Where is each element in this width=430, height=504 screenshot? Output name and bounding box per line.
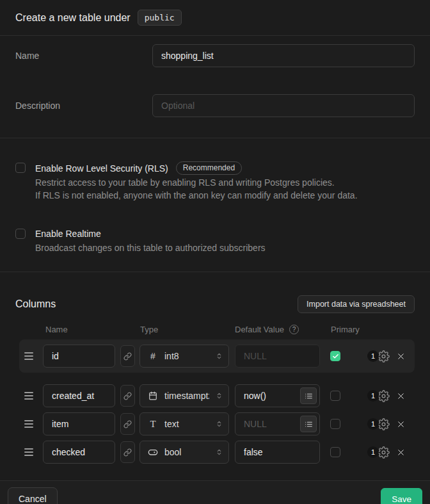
column-row-item: T text 1 [15, 412, 415, 435]
column-type-select[interactable]: # int8 [139, 345, 229, 368]
calendar-icon [148, 391, 158, 400]
realtime-description: Broadcast changes on this table to autho… [35, 241, 266, 254]
help-icon[interactable]: ? [289, 325, 299, 334]
settings-count-badge: 1 [367, 418, 379, 430]
delete-column-icon[interactable] [395, 419, 406, 429]
foreign-key-button[interactable] [120, 345, 135, 367]
recommended-badge: Recommended [176, 161, 242, 175]
panel-header: Create a new table under public [0, 0, 430, 36]
delete-column-icon[interactable] [395, 447, 406, 457]
settings-count-badge: 1 [367, 350, 379, 362]
cancel-button[interactable]: Cancel [8, 487, 58, 504]
text-type-icon: T [148, 419, 158, 430]
chevron-up-down-icon [216, 352, 223, 361]
column-header-type: Type [139, 325, 235, 334]
column-name-input[interactable] [43, 441, 115, 464]
gear-icon[interactable] [377, 389, 390, 402]
check-icon [332, 353, 339, 360]
default-value-list-button[interactable] [300, 387, 317, 404]
primary-key-checkbox[interactable] [330, 447, 340, 457]
realtime-toggle-block: Enable Realtime Broadcast changes on thi… [15, 227, 415, 254]
drag-handle-icon[interactable] [24, 392, 33, 400]
column-name-input[interactable] [43, 412, 115, 435]
rls-label: Enable Row Level Security (RLS) [35, 162, 168, 175]
table-info-section: Name Description [0, 36, 430, 138]
chevron-up-down-icon [216, 419, 223, 428]
realtime-label: Enable Realtime [35, 227, 101, 240]
delete-column-icon[interactable] [395, 351, 406, 361]
gear-icon[interactable] [377, 418, 390, 430]
create-table-panel: Create a new table under public Name Des… [0, 0, 430, 504]
column-row-checked: bool 1 [15, 441, 415, 464]
default-value-list-button[interactable] [300, 416, 317, 432]
foreign-key-button[interactable] [120, 413, 135, 435]
column-type-select[interactable]: bool [139, 441, 229, 464]
gear-icon[interactable] [377, 446, 390, 459]
description-label: Description [15, 94, 152, 111]
delete-column-icon[interactable] [395, 391, 406, 401]
foreign-key-button[interactable] [120, 441, 135, 463]
column-row-created-at: timestamptz 1 [15, 384, 415, 407]
column-header-name: Name [43, 325, 139, 334]
drag-handle-icon[interactable] [24, 420, 33, 428]
rls-description-line2: If RLS is not enabled, anyone with the a… [35, 189, 358, 202]
primary-key-checkbox[interactable] [330, 351, 340, 361]
primary-key-checkbox[interactable] [330, 391, 340, 401]
column-name-input[interactable] [43, 384, 115, 407]
rls-checkbox[interactable] [15, 163, 26, 173]
import-data-button[interactable]: Import data via spreadsheet [298, 295, 415, 313]
link-icon [123, 420, 132, 428]
chevron-up-down-icon [216, 448, 223, 457]
name-field-row: Name [15, 44, 415, 67]
toggle-icon [148, 447, 158, 457]
foreign-key-button[interactable] [120, 385, 135, 407]
panel-footer: Cancel Save [0, 480, 430, 504]
save-button[interactable]: Save [381, 488, 422, 504]
toggles-section: Enable Row Level Security (RLS) Recommen… [0, 138, 430, 272]
column-type-select[interactable]: timestamptz [139, 384, 229, 407]
column-row-id: # int8 1 [19, 339, 415, 373]
hash-icon: # [148, 351, 158, 361]
settings-count-badge: 1 [367, 390, 379, 402]
column-name-input[interactable] [43, 345, 115, 368]
columns-title: Columns [15, 298, 56, 310]
drag-handle-icon[interactable] [24, 448, 33, 456]
primary-key-checkbox[interactable] [330, 419, 340, 429]
schema-chip: public [138, 10, 182, 26]
description-field-row: Description [15, 94, 415, 117]
column-type-select[interactable]: T text [139, 412, 229, 435]
gear-icon[interactable] [377, 350, 390, 362]
table-name-input[interactable] [152, 44, 415, 67]
rls-description-line1: Restrict access to your table by enablin… [35, 176, 358, 189]
link-icon [123, 448, 132, 457]
drag-handle-icon[interactable] [24, 352, 33, 360]
table-description-input[interactable] [152, 94, 415, 117]
settings-count-badge: 1 [367, 446, 379, 458]
column-header-default: Default Value [235, 325, 284, 334]
columns-section: Columns Import data via spreadsheet Name… [0, 272, 430, 480]
realtime-checkbox[interactable] [15, 229, 26, 239]
chevron-up-down-icon [216, 391, 223, 400]
link-icon [123, 352, 132, 361]
link-icon [123, 392, 132, 400]
name-label: Name [15, 44, 152, 61]
column-default-input [235, 345, 320, 368]
rls-toggle-block: Enable Row Level Security (RLS) Recommen… [15, 161, 415, 202]
column-header-primary: Primary [330, 325, 360, 334]
columns-header-row: Name Type Default Value ? Primary [0, 325, 430, 334]
column-default-input[interactable] [235, 441, 320, 464]
page-title: Create a new table under [15, 12, 131, 24]
